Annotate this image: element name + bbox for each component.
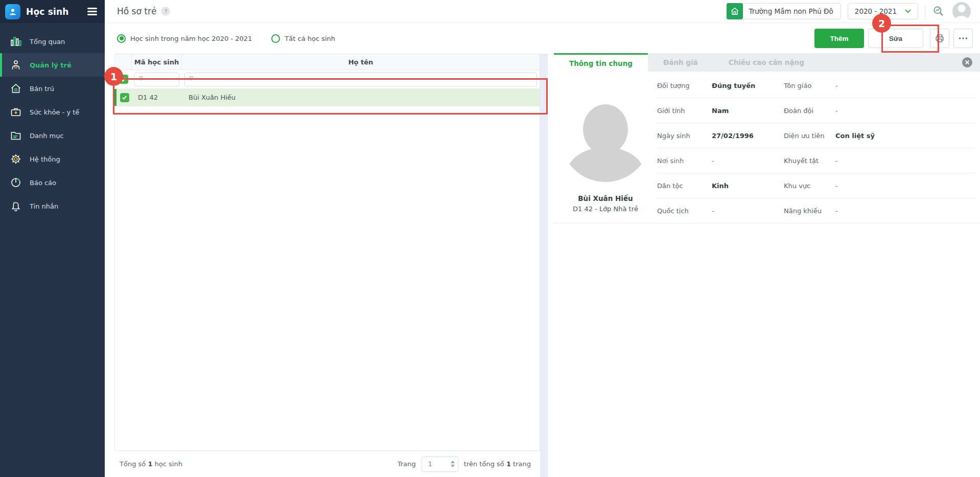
page-up-icon[interactable] <box>451 461 455 463</box>
sidebar-header: Học sinh <box>0 0 105 23</box>
radio-label: Tất cả học sinh <box>285 35 335 42</box>
page-label: Trang <box>398 460 416 468</box>
field-label: Diện ưu tiên <box>784 132 835 140</box>
tab-thong-tin-chung[interactable]: Thông tin chung <box>554 53 648 72</box>
sidebar-item-suc-khoe[interactable]: Sức khỏe - y tế <box>0 100 105 124</box>
gear-icon <box>9 152 22 166</box>
field-value: - <box>835 182 975 190</box>
radio-all-students[interactable]: Tất cả học sinh <box>271 34 335 43</box>
sidebar-item-label: Quản lý trẻ <box>30 61 72 69</box>
student-fields: Đối tượng Đúng tuyến Tôn giáo - Giới tín… <box>657 73 980 223</box>
pagination: Trang trên tổng số 1 trang <box>398 457 531 472</box>
field-value: 27/02/1996 <box>712 132 784 140</box>
column-header-code[interactable]: Mã học sinh <box>132 54 182 70</box>
chevron-down-icon <box>905 9 911 13</box>
sidebar-item-label: Hệ thống <box>30 155 60 163</box>
house-icon <box>9 82 22 95</box>
table-header-row: Mã học sinh Họ tên <box>115 54 540 70</box>
detail-tabs: Thông tin chung Đánh giá Chiều cao cân n… <box>554 53 980 72</box>
printer-icon <box>934 33 945 44</box>
sidebar-item-label: Tin nhắn <box>30 202 58 210</box>
sidebar: Học sinh Tổng quan Quản lý trẻ Bán trú <box>0 0 105 477</box>
menu-toggle-icon[interactable] <box>86 6 98 17</box>
field-value: - <box>712 157 784 165</box>
total-count-text: Tổng số 1 học sinh <box>120 460 182 468</box>
field-value: Nam <box>712 107 784 115</box>
funnel-icon <box>138 75 144 81</box>
radio-unselected-icon <box>271 34 280 43</box>
edit-button[interactable]: Sửa <box>868 29 923 48</box>
field-value: Con liệt sỹ <box>835 132 975 140</box>
field-label: Năng khiếu <box>784 207 835 215</box>
page-title: Hồ sơ trẻ <box>117 6 156 16</box>
funnel-icon <box>188 75 194 81</box>
magnifier-chart-icon[interactable] <box>932 5 946 18</box>
child-person-icon <box>9 58 22 72</box>
table-footer: Tổng số 1 học sinh Trang trên tổng số 1 … <box>114 450 540 477</box>
filter-row-checkbox[interactable] <box>119 75 128 84</box>
sidebar-nav: Tổng quan Quản lý trẻ Bán trú Sức khỏe -… <box>0 23 105 218</box>
school-year-dropdown[interactable]: 2020 - 2021 <box>848 3 918 19</box>
field-label: Quốc tịch <box>657 207 712 215</box>
radio-students-in-year[interactable]: Học sinh trong năm học 2020 - 2021 <box>117 34 252 43</box>
pie-chart-icon <box>9 176 22 189</box>
table-scrollbar[interactable] <box>540 54 548 477</box>
column-header-name[interactable]: Họ tên <box>182 54 540 70</box>
school-selector[interactable]: Trường Mầm non Phú Đô <box>727 3 841 19</box>
topbar: Hồ sơ trẻ ? Trường Mầm non Phú Đô 2020 -… <box>105 0 980 23</box>
page-number-input[interactable] <box>425 460 442 468</box>
field-value: - <box>835 207 975 215</box>
table-row[interactable]: D1 42 Bùi Xuân Hiếu <box>115 89 540 106</box>
bar-chart-icon <box>9 35 22 48</box>
radio-selected-icon <box>117 34 126 43</box>
add-button[interactable]: Thêm <box>814 29 864 48</box>
sidebar-item-ban-tru[interactable]: Bán trú <box>0 77 105 100</box>
field-value: - <box>835 82 975 89</box>
page-down-icon[interactable] <box>451 465 455 467</box>
field-label: Ngày sinh <box>657 132 712 140</box>
sidebar-item-he-thong[interactable]: Hệ thống <box>0 147 105 171</box>
sidebar-item-label: Danh mục <box>30 132 64 140</box>
field-label: Khuyết tật <box>784 157 835 165</box>
sidebar-item-quan-ly-tre[interactable]: Quản lý trẻ <box>0 53 105 77</box>
school-name: Trường Mầm non Phú Đô <box>743 7 840 15</box>
topbar-divider <box>925 5 925 17</box>
sidebar-item-label: Sức khỏe - y tế <box>30 108 79 116</box>
help-icon[interactable]: ? <box>161 7 170 16</box>
student-code-cell: D1 42 <box>132 94 182 101</box>
table-filter-row <box>115 70 540 89</box>
folder-icon <box>9 129 22 142</box>
field-row: Giới tính Nam Đoàn đội - <box>657 98 975 123</box>
select-all-header-cell[interactable] <box>115 54 132 70</box>
student-name-cell: Bùi Xuân Hiếu <box>182 94 540 101</box>
close-icon <box>965 60 970 65</box>
tab-danh-gia[interactable]: Đánh giá <box>648 53 713 72</box>
close-detail-button[interactable] <box>962 57 972 67</box>
more-actions-button[interactable] <box>953 29 973 48</box>
student-class-info: D1 42 - Lớp Nhà trẻ <box>573 205 638 213</box>
student-name: Bùi Xuân Hiếu <box>578 194 633 202</box>
print-button[interactable] <box>930 29 949 48</box>
sidebar-item-tong-quan[interactable]: Tổng quan <box>0 30 105 53</box>
code-filter-input[interactable] <box>134 73 179 86</box>
row-checkbox[interactable] <box>120 93 129 102</box>
field-label: Dân tộc <box>657 182 712 190</box>
sidebar-item-tin-nhan[interactable]: Tin nhắn <box>0 194 105 218</box>
sidebar-item-bao-cao[interactable]: Báo cáo <box>0 171 105 194</box>
field-row: Ngày sinh 27/02/1996 Diện ưu tiên Con li… <box>657 123 975 148</box>
user-avatar[interactable] <box>952 2 971 20</box>
field-label: Đoàn đội <box>784 107 835 115</box>
name-filter-input[interactable] <box>184 73 537 86</box>
field-value: - <box>835 107 975 115</box>
tab-chieu-cao-can-nang[interactable]: Chiều cao cân nặng <box>713 53 820 72</box>
medkit-icon <box>9 105 22 119</box>
field-label: Nơi sinh <box>657 157 712 165</box>
page-number-stepper[interactable] <box>422 457 458 472</box>
field-label: Giới tính <box>657 107 712 115</box>
detail-body: Bùi Xuân Hiếu D1 42 - Lớp Nhà trẻ Đối tư… <box>554 72 980 223</box>
field-label: Tôn giáo <box>784 82 835 89</box>
sidebar-item-label: Bán trú <box>30 85 54 93</box>
field-row: Quốc tịch - Năng khiếu - <box>657 198 975 223</box>
sidebar-item-danh-muc[interactable]: Danh mục <box>0 124 105 147</box>
field-value: Đúng tuyến <box>712 82 784 89</box>
